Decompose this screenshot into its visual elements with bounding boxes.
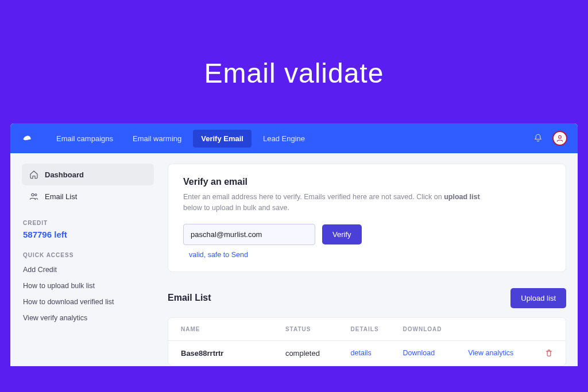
sidebar-item-label: Dashboard	[45, 170, 84, 179]
row-status: completed	[285, 349, 351, 358]
verify-status-text: valid, safe to Send	[189, 251, 551, 259]
trash-icon[interactable]	[533, 349, 553, 357]
sidebar-item-email-list[interactable]: Email List	[22, 185, 154, 207]
logo-icon[interactable]	[21, 132, 33, 145]
verify-card: Verify an email Enter an email address h…	[168, 164, 566, 272]
quick-link-add-credit[interactable]: Add Credit	[22, 262, 154, 278]
sidebar: Dashboard Email List CREDIT 587796 left …	[22, 164, 154, 366]
row-name: Base88rrtrtr	[181, 349, 285, 358]
avatar[interactable]	[552, 131, 567, 146]
email-list-header: Email List Upload list	[168, 288, 566, 308]
nav-tab-verify-email[interactable]: Verify Email	[193, 130, 252, 148]
verify-button[interactable]: Verify	[322, 224, 362, 244]
credit-label: CREDIT	[22, 220, 154, 226]
svg-point-0	[559, 135, 562, 138]
topbar: Email campaigns Email warming Verify Ema…	[10, 123, 578, 153]
nav-tab-email-warming[interactable]: Email warming	[125, 130, 189, 148]
main-content: Verify an email Enter an email address h…	[168, 164, 566, 366]
nav-tab-lead-engine[interactable]: Lead Engine	[255, 130, 313, 148]
col-details: DETAILS	[351, 326, 403, 332]
col-download: DOWNLOAD	[403, 326, 469, 332]
table-header: NAME STATUS DETAILS DOWNLOAD	[168, 318, 566, 341]
upload-list-button[interactable]: Upload list	[510, 288, 566, 308]
svg-point-2	[35, 194, 37, 196]
col-status: STATUS	[285, 326, 351, 332]
row-details-link[interactable]: details	[351, 349, 403, 357]
nav-tab-email-campaigns[interactable]: Email campaigns	[48, 130, 121, 148]
quick-link-view-analytics[interactable]: View verify analytics	[22, 310, 154, 326]
row-download-link[interactable]: Download	[403, 349, 469, 357]
credit-value: 587796 left	[22, 230, 154, 239]
sidebar-item-dashboard[interactable]: Dashboard	[22, 164, 154, 185]
nav-tabs: Email campaigns Email warming Verify Ema…	[48, 130, 532, 148]
app-window: Email campaigns Email warming Verify Ema…	[10, 123, 578, 366]
col-name: NAME	[181, 326, 285, 332]
email-list-table: NAME STATUS DETAILS DOWNLOAD Base88rrtrt…	[168, 317, 566, 366]
verify-card-title: Verify an email	[183, 177, 551, 187]
users-icon	[29, 191, 39, 201]
bell-icon[interactable]	[532, 132, 544, 145]
email-input[interactable]	[183, 224, 315, 245]
quick-access-label: QUICK ACCESS	[22, 252, 154, 258]
hero-title: Email validate	[0, 0, 588, 123]
quick-link-download-verified[interactable]: How to download verified list	[22, 294, 154, 310]
svg-point-1	[32, 193, 34, 196]
table-row: Base88rrtrtr completed details Download …	[168, 341, 566, 366]
sidebar-item-label: Email List	[45, 192, 77, 201]
row-analytics-link[interactable]: View analytics	[468, 349, 533, 357]
verify-card-description: Enter an email address here to verify. E…	[183, 192, 493, 214]
quick-link-upload-bulk[interactable]: How to upload bulk list	[22, 278, 154, 294]
home-icon	[29, 169, 39, 180]
email-list-title: Email List	[168, 293, 211, 303]
